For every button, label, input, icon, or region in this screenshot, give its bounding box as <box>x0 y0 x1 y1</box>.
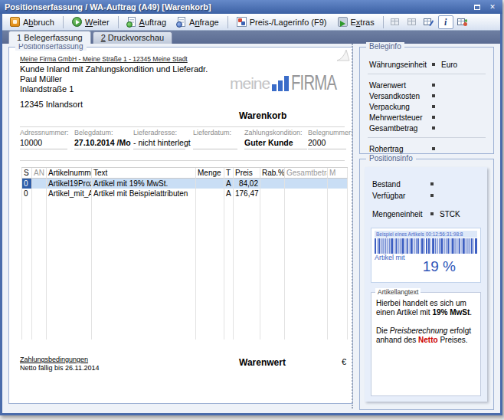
table-report-icon <box>457 17 467 27</box>
customer-name: Kunde Inland mit Zahlungskondition und L… <box>20 64 208 74</box>
grid-view-button-disabled-2 <box>404 15 420 29</box>
column-header-m[interactable]: M <box>328 168 348 179</box>
column-header-rabatt[interactable]: Rab.% <box>260 168 285 179</box>
positionsinfo-inner-panel: Bestand Verfügbar MengeneinheitSTCK Beis… <box>365 167 487 402</box>
close-button[interactable]: ✕ <box>487 2 498 12</box>
mehrwertsteuer-row: Mehrwertsteuer <box>369 113 484 122</box>
column-header-preis[interactable]: Preis <box>234 168 260 179</box>
info-button[interactable]: i <box>438 15 453 29</box>
street: Inlandstraße 1 <box>20 84 74 94</box>
column-header-menge[interactable]: Menge <box>196 168 224 179</box>
mengeneinheit-row: MengeneinheitSTCK <box>372 209 479 218</box>
logo-text-firma: FIRMA <box>291 73 336 92</box>
divider <box>20 126 345 127</box>
field-belegnummer[interactable]: Belegnummer:2000 <box>308 129 353 158</box>
order-document-icon <box>128 17 136 27</box>
weiter-button[interactable]: Weiter <box>67 15 114 28</box>
postal-city: 12345 Inlandsort <box>20 100 83 109</box>
zahlungsbedingungen-heading: Zahlungsbedingungen <box>20 356 88 363</box>
auftrag-label: Auftrag <box>139 18 166 27</box>
positions-table: S AN Artikelnummer Text Menge T Preis Ra… <box>21 167 348 349</box>
toolbar-separator <box>383 16 384 28</box>
bestand-row: Bestand <box>372 179 479 189</box>
value-bullet-icon <box>430 182 434 185</box>
toolbar-separator <box>63 16 64 28</box>
restore-button[interactable] <box>472 2 483 12</box>
price-stock-info-icon <box>237 17 247 27</box>
value-bullet-icon <box>432 126 435 130</box>
value-bullet-icon <box>432 84 435 87</box>
document-header-fields: Adressnummer:10000 Belegdatum:27.10.2014… <box>9 129 354 158</box>
tab-belegerfassung[interactable]: 1 Belegerfassung <box>8 31 91 44</box>
logo-bars-icon <box>272 74 290 91</box>
edit-grid-button[interactable] <box>421 15 437 29</box>
company-logo: meine FIRMA <box>230 69 349 92</box>
positionsinfo-group-label: Positionsinfo <box>366 154 416 162</box>
table-icon <box>407 17 417 27</box>
divider <box>368 74 486 74</box>
value-bullet-icon <box>432 116 435 119</box>
artikellangtext-content: Hierbei handelt es sich um einen Artikel… <box>376 299 476 345</box>
tab-druckvorschau[interactable]: 2 Druckvorschau <box>93 31 173 44</box>
auftrag-button[interactable]: Auftrag <box>123 15 171 28</box>
toolbar: Abbruch Weiter Auftrag Anfrage Preis-/La… <box>2 14 500 31</box>
weiter-label: Weiter <box>85 18 110 27</box>
contact-name: Paul Müller <box>20 74 62 84</box>
sender-line: Meine Firma GmbH - Meine Straße 1 - 1234… <box>20 55 188 63</box>
article-image-caption: Beispiel eines Artikels 00:12:56:31:98:8 <box>375 231 477 238</box>
extras-icon <box>338 17 348 27</box>
title-bar[interactable]: Positionserfassung / WA-Auftrag (A49) [W… <box>0 0 502 14</box>
verfuegbar-row: Verfügbar <box>372 191 479 200</box>
column-header-gesamtbetrag[interactable]: Gesamtbetrag <box>285 168 328 179</box>
field-lieferdatum[interactable]: Lieferdatum: <box>193 129 237 158</box>
currency-symbol: € <box>342 357 346 366</box>
artikellangtext-box[interactable]: Artikellangtext Hierbei handelt es sich … <box>371 292 481 396</box>
positionserfassung-panel: Positionserfassung Meine Firma GmbH - Me… <box>8 47 353 404</box>
abbruch-button[interactable]: Abbruch <box>5 15 59 28</box>
divider <box>20 160 345 161</box>
column-header-artikelnummer[interactable]: Artikelnummer <box>47 168 92 179</box>
verpackung-row: Verpackung <box>369 102 484 111</box>
anfrage-button[interactable]: Anfrage <box>172 15 224 28</box>
column-header-an[interactable]: AN <box>32 168 47 179</box>
abbruch-label: Abbruch <box>23 18 54 27</box>
payment-terms-text: Netto fällig bis 26.11.2014 <box>20 364 99 372</box>
field-lieferadresse[interactable]: Lieferadresse:- nicht hinterlegt <box>133 129 191 158</box>
field-adressnummer[interactable]: Adressnummer:10000 <box>20 129 69 158</box>
column-header-text[interactable]: Text <box>92 168 196 179</box>
value-bullet-icon <box>430 212 434 215</box>
logo-text-meine: meine <box>230 75 270 92</box>
extras-label: Extras <box>351 18 375 27</box>
divider <box>368 137 486 138</box>
toolbar-separator <box>227 16 228 28</box>
warenwert-row: Warenwert <box>369 80 484 90</box>
column-header-t[interactable]: T <box>224 168 234 179</box>
warenwert-label: Warenwert <box>239 357 286 368</box>
table-edit-icon <box>424 17 434 27</box>
preis-lagerinfo-label: Preis-/Lagerinfo (F9) <box>250 18 327 27</box>
beleginfo-panel: Beleginfo WährungseinheitEuro Warenwert … <box>359 47 494 154</box>
artikellangtext-label: Artikellangtext <box>375 288 421 296</box>
waehrungseinheit-row: WährungseinheitEuro <box>369 60 484 69</box>
value-bullet-icon <box>432 63 435 66</box>
grid-report-button[interactable] <box>455 15 470 29</box>
window-title: Positionserfassung / WA-Auftrag (A49) [W… <box>5 2 472 11</box>
field-belegdatum[interactable]: Belegdatum:27.10.2014 /Mo <box>74 129 131 158</box>
restore-icon <box>474 5 480 10</box>
info-icon: i <box>444 18 447 27</box>
column-header-s[interactable]: S <box>21 168 32 179</box>
value-bullet-icon <box>432 94 435 97</box>
field-zahlungskondition[interactable]: Zahlungskondition:Guter Kunde <box>244 129 307 158</box>
inquiry-document-icon <box>178 17 185 27</box>
grid-view-button-disabled-1 <box>388 15 403 29</box>
page-curl-icon[interactable] <box>336 49 350 61</box>
preis-lagerinfo-button[interactable]: Preis-/Lagerinfo (F9) <box>232 15 332 28</box>
beleginfo-group-label: Beleginfo <box>366 42 404 51</box>
content-area: Positionserfassung Meine Firma GmbH - Me… <box>2 44 500 411</box>
article-image[interactable]: Beispiel eines Artikels 00:12:56:31:98:8… <box>371 228 481 283</box>
positionsinfo-panel: Positionsinfo Bestand Verfügbar Mengenei… <box>359 159 494 410</box>
value-bullet-icon <box>430 194 434 197</box>
panel-splitter[interactable] <box>352 44 355 409</box>
extras-button[interactable]: Extras <box>333 15 379 28</box>
gesamtbetrag-row: Gesamtbetrag <box>369 123 484 133</box>
